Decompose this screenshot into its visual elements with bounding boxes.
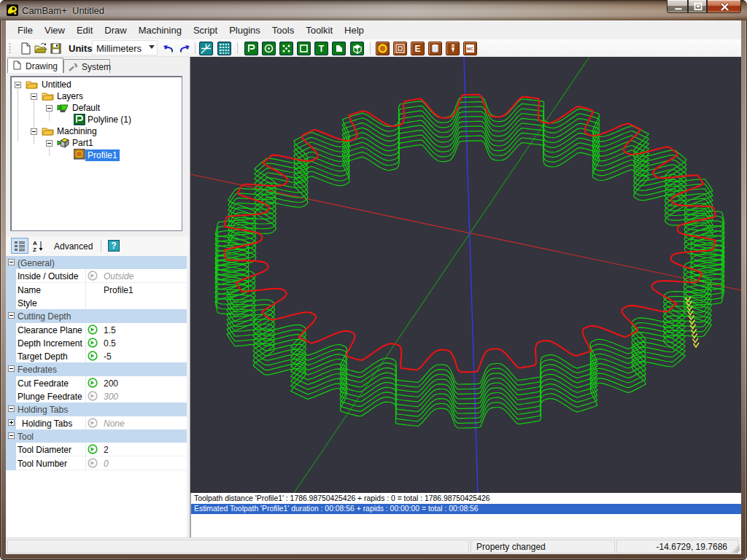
svg-text:MC: MC xyxy=(467,47,474,51)
svg-text:E: E xyxy=(414,44,420,54)
svg-text:Z: Z xyxy=(33,246,36,252)
svg-text:A: A xyxy=(33,240,37,246)
svg-text:T: T xyxy=(319,44,325,54)
